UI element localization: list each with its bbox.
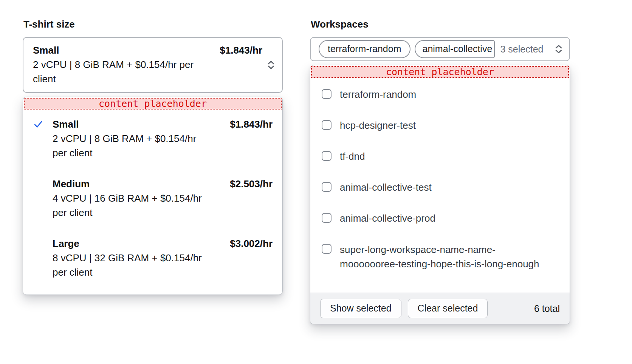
checkbox[interactable] <box>322 182 331 192</box>
option-price: $2.503/hr <box>230 177 273 191</box>
workspaces-label: Workspaces <box>311 19 570 29</box>
option-medium[interactable]: Medium $2.503/hr 4 vCPU | 16 GiB RAM + $… <box>33 177 273 220</box>
tshirt-size-select-trigger[interactable]: Small $1.843/hr 2 vCPU | 8 GiB RAM + $0.… <box>23 37 283 93</box>
workspace-row-terraform-random[interactable]: terraform-random <box>322 79 560 110</box>
workspaces-section: Workspaces terraform-random animal-colle… <box>310 19 570 324</box>
show-selected-button[interactable]: Show selected <box>320 299 401 318</box>
option-description: 4 vCPU | 16 GiB RAM + $0.154/hr per clie… <box>53 191 206 220</box>
workspace-name-line-1: super-long-workspace-name-name- <box>340 242 539 257</box>
option-large[interactable]: Large $3.002/hr 8 vCPU | 32 GiB RAM + $0… <box>33 236 273 279</box>
workspace-row-animal-collective-prod[interactable]: animal-collective-prod <box>322 203 560 234</box>
workspace-name: super-long-workspace-name-name-moooooore… <box>340 242 539 271</box>
workspace-name: terraform-random <box>340 88 416 102</box>
tshirt-size-label: T-shirt size <box>23 19 283 29</box>
selected-count: 3 selected <box>500 44 544 55</box>
option-price: $1.843/hr <box>230 117 273 131</box>
option-description: 8 vCPU | 32 GiB RAM + $0.154/hr per clie… <box>53 251 206 279</box>
option-small[interactable]: Small $1.843/hr 2 vCPU | 8 GiB RAM + $0.… <box>33 117 273 160</box>
option-description: 2 vCPU | 8 GiB RAM + $0.154/hr per clien… <box>53 131 206 160</box>
checkbox[interactable] <box>322 151 331 161</box>
tshirt-size-dropdown: content placeholder Small $1.843/hr 2 vC… <box>23 97 283 295</box>
checkbox[interactable] <box>322 213 331 223</box>
selected-size-description: 2 vCPU | 8 GiB RAM + $0.154/hr per clien… <box>33 57 205 86</box>
selected-tag-pill: terraform-random <box>319 40 410 58</box>
option-title: Large <box>53 236 230 251</box>
option-title: Medium <box>53 177 230 191</box>
check-icon <box>33 117 53 131</box>
clear-selected-button[interactable]: Clear selected <box>408 299 488 318</box>
workspace-row-hcp-designer-test[interactable]: hcp-designer-test <box>322 110 560 141</box>
workspace-row-tf-dnd[interactable]: tf-dnd <box>322 141 560 172</box>
selected-tag-pill-clipped: animal-collective <box>415 40 495 58</box>
check-placeholder <box>33 236 53 251</box>
workspaces-dropdown: content placeholder terraform-random hcp… <box>310 65 570 324</box>
workspace-row-super-long[interactable]: super-long-workspace-name-name-moooooore… <box>322 234 560 280</box>
workspace-name: animal-collective-test <box>340 180 432 194</box>
workspace-name: tf-dnd <box>340 150 365 163</box>
option-title: Small <box>53 117 230 131</box>
total-count: 6 total <box>534 303 560 314</box>
selected-size-price: $1.843/hr <box>220 43 262 57</box>
workspace-name: animal-collective-prod <box>340 211 435 225</box>
content-placeholder-banner: content placeholder <box>311 66 569 78</box>
tshirt-option-list: Small $1.843/hr 2 vCPU | 8 GiB RAM + $0.… <box>23 110 282 295</box>
option-price: $3.002/hr <box>230 236 273 251</box>
workspaces-dropdown-footer: Show selected Clear selected 6 total <box>310 293 570 324</box>
content-placeholder-banner: content placeholder <box>24 98 282 110</box>
workspace-option-list: terraform-random hcp-designer-test tf-dn… <box>310 79 570 293</box>
checkbox[interactable] <box>322 89 331 99</box>
checkbox[interactable] <box>322 120 331 130</box>
select-caret-icon <box>266 60 276 70</box>
check-placeholder <box>33 177 53 191</box>
workspace-row-animal-collective-test[interactable]: animal-collective-test <box>322 172 560 203</box>
workspace-name-line-2: mooooooree-testing-hope-this-is-long-eno… <box>340 257 539 271</box>
workspaces-multiselect-trigger[interactable]: terraform-random animal-collective 3 sel… <box>310 37 570 61</box>
tshirt-size-section: T-shirt size Small $1.843/hr 2 vCPU | 8 … <box>23 19 283 295</box>
checkbox[interactable] <box>322 244 331 254</box>
select-caret-icon <box>554 44 563 54</box>
workspace-name: hcp-designer-test <box>340 119 416 133</box>
